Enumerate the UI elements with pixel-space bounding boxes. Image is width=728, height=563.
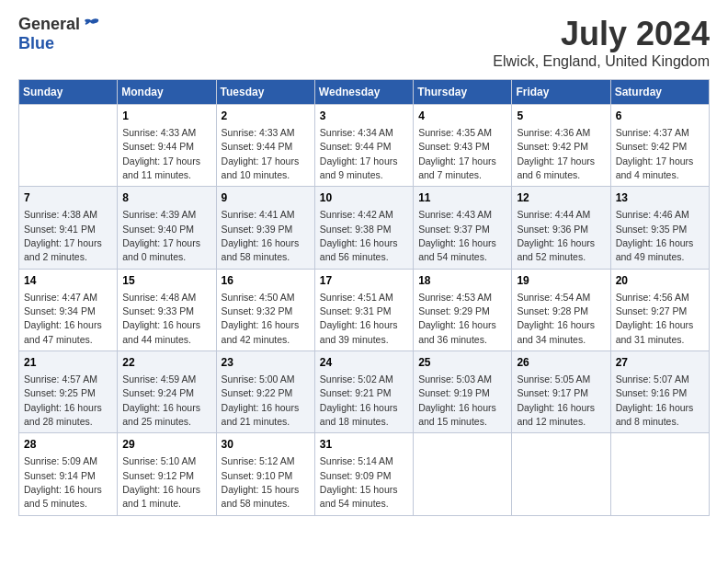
day-info: Sunrise: 5:09 AM Sunset: 9:14 PM Dayligh… <box>24 455 102 509</box>
calendar-cell: 23Sunrise: 5:00 AM Sunset: 9:22 PM Dayli… <box>216 351 314 433</box>
day-number: 3 <box>320 109 408 124</box>
day-number: 4 <box>418 109 506 124</box>
calendar-cell: 5Sunrise: 4:36 AM Sunset: 9:42 PM Daylig… <box>512 105 610 187</box>
calendar-cell <box>414 433 512 515</box>
calendar-cell: 6Sunrise: 4:37 AM Sunset: 9:42 PM Daylig… <box>610 105 709 187</box>
calendar-cell: 25Sunrise: 5:03 AM Sunset: 9:19 PM Dayli… <box>414 351 512 433</box>
day-info: Sunrise: 4:48 AM Sunset: 9:33 PM Dayligh… <box>122 292 200 345</box>
calendar-cell: 11Sunrise: 4:43 AM Sunset: 9:37 PM Dayli… <box>414 187 512 269</box>
calendar-cell: 2Sunrise: 4:33 AM Sunset: 9:44 PM Daylig… <box>216 105 314 187</box>
day-info: Sunrise: 5:07 AM Sunset: 9:16 PM Dayligh… <box>616 373 694 427</box>
day-info: Sunrise: 4:41 AM Sunset: 9:39 PM Dayligh… <box>222 209 300 262</box>
day-number: 27 <box>616 355 704 371</box>
day-number: 20 <box>616 273 704 289</box>
day-info: Sunrise: 4:51 AM Sunset: 9:31 PM Dayligh… <box>320 292 398 345</box>
calendar-cell: 27Sunrise: 5:07 AM Sunset: 9:16 PM Dayli… <box>610 351 709 433</box>
day-info: Sunrise: 4:53 AM Sunset: 9:29 PM Dayligh… <box>418 292 496 345</box>
calendar-week-1: 1Sunrise: 4:33 AM Sunset: 9:44 PM Daylig… <box>19 105 710 187</box>
day-number: 13 <box>616 190 704 206</box>
calendar-cell: 24Sunrise: 5:02 AM Sunset: 9:21 PM Dayli… <box>314 351 413 433</box>
day-number: 11 <box>418 190 506 206</box>
day-number: 30 <box>222 437 310 453</box>
logo-general-text: General <box>18 15 80 34</box>
day-number: 24 <box>320 355 408 371</box>
header-row: SundayMondayTuesdayWednesdayThursdayFrid… <box>19 80 710 105</box>
day-number: 31 <box>320 437 408 453</box>
calendar-cell <box>610 433 709 515</box>
calendar-cell: 26Sunrise: 5:05 AM Sunset: 9:17 PM Dayli… <box>512 351 610 433</box>
calendar-cell: 16Sunrise: 4:50 AM Sunset: 9:32 PM Dayli… <box>216 269 314 350</box>
day-info: Sunrise: 4:36 AM Sunset: 9:42 PM Dayligh… <box>517 127 595 180</box>
day-info: Sunrise: 4:56 AM Sunset: 9:27 PM Dayligh… <box>616 292 694 345</box>
day-number: 7 <box>24 190 112 206</box>
day-info: Sunrise: 4:54 AM Sunset: 9:28 PM Dayligh… <box>517 292 595 345</box>
calendar-cell: 31Sunrise: 5:14 AM Sunset: 9:09 PM Dayli… <box>314 433 413 515</box>
day-info: Sunrise: 4:38 AM Sunset: 9:41 PM Dayligh… <box>24 209 102 262</box>
day-info: Sunrise: 5:02 AM Sunset: 9:21 PM Dayligh… <box>320 373 398 427</box>
day-number: 22 <box>122 355 210 371</box>
day-info: Sunrise: 4:59 AM Sunset: 9:24 PM Dayligh… <box>122 373 200 427</box>
day-info: Sunrise: 4:47 AM Sunset: 9:34 PM Dayligh… <box>24 292 102 345</box>
calendar-cell: 15Sunrise: 4:48 AM Sunset: 9:33 PM Dayli… <box>118 269 216 350</box>
location-title: Elwick, England, United Kingdom <box>493 53 710 70</box>
day-info: Sunrise: 4:44 AM Sunset: 9:36 PM Dayligh… <box>517 209 595 262</box>
day-number: 12 <box>517 190 605 206</box>
calendar-table: SundayMondayTuesdayWednesdayThursdayFrid… <box>18 79 710 516</box>
calendar-cell: 20Sunrise: 4:56 AM Sunset: 9:27 PM Dayli… <box>610 269 709 350</box>
day-info: Sunrise: 4:46 AM Sunset: 9:35 PM Dayligh… <box>616 209 694 262</box>
calendar-cell: 18Sunrise: 4:53 AM Sunset: 9:29 PM Dayli… <box>414 269 512 350</box>
day-info: Sunrise: 5:05 AM Sunset: 9:17 PM Dayligh… <box>517 373 595 427</box>
logo-blue-text: Blue <box>18 34 54 53</box>
logo: General Blue <box>18 15 100 53</box>
day-info: Sunrise: 4:33 AM Sunset: 9:44 PM Dayligh… <box>122 127 200 180</box>
calendar-cell: 8Sunrise: 4:39 AM Sunset: 9:40 PM Daylig… <box>118 187 216 269</box>
calendar-cell: 9Sunrise: 4:41 AM Sunset: 9:39 PM Daylig… <box>216 187 314 269</box>
calendar-cell: 12Sunrise: 4:44 AM Sunset: 9:36 PM Dayli… <box>512 187 610 269</box>
day-info: Sunrise: 5:03 AM Sunset: 9:19 PM Dayligh… <box>418 373 496 427</box>
calendar-week-3: 14Sunrise: 4:47 AM Sunset: 9:34 PM Dayli… <box>19 269 710 350</box>
calendar-cell: 19Sunrise: 4:54 AM Sunset: 9:28 PM Dayli… <box>512 269 610 350</box>
day-number: 5 <box>517 109 605 124</box>
day-info: Sunrise: 4:50 AM Sunset: 9:32 PM Dayligh… <box>222 292 300 345</box>
day-number: 14 <box>24 273 112 289</box>
day-info: Sunrise: 4:43 AM Sunset: 9:37 PM Dayligh… <box>418 209 496 262</box>
day-info: Sunrise: 5:00 AM Sunset: 9:22 PM Dayligh… <box>222 373 300 427</box>
day-header-wednesday: Wednesday <box>314 80 413 105</box>
day-info: Sunrise: 5:14 AM Sunset: 9:09 PM Dayligh… <box>320 455 398 509</box>
day-header-sunday: Sunday <box>19 80 118 105</box>
day-number: 16 <box>222 273 310 289</box>
logo-bird-icon <box>82 17 100 32</box>
calendar-cell: 1Sunrise: 4:33 AM Sunset: 9:44 PM Daylig… <box>118 105 216 187</box>
calendar-cell: 22Sunrise: 4:59 AM Sunset: 9:24 PM Dayli… <box>118 351 216 433</box>
day-number: 26 <box>517 355 605 371</box>
day-number: 17 <box>320 273 408 289</box>
day-number: 8 <box>122 190 210 206</box>
day-info: Sunrise: 4:42 AM Sunset: 9:38 PM Dayligh… <box>320 209 398 262</box>
calendar-cell: 4Sunrise: 4:35 AM Sunset: 9:43 PM Daylig… <box>414 105 512 187</box>
day-header-tuesday: Tuesday <box>216 80 314 105</box>
day-info: Sunrise: 4:57 AM Sunset: 9:25 PM Dayligh… <box>24 373 102 427</box>
title-block: July 2024 Elwick, England, United Kingdo… <box>493 15 710 70</box>
calendar-week-5: 28Sunrise: 5:09 AM Sunset: 9:14 PM Dayli… <box>19 433 710 515</box>
day-info: Sunrise: 5:12 AM Sunset: 9:10 PM Dayligh… <box>222 455 300 509</box>
day-info: Sunrise: 4:34 AM Sunset: 9:44 PM Dayligh… <box>320 127 398 180</box>
day-number: 1 <box>122 109 210 124</box>
calendar-week-4: 21Sunrise: 4:57 AM Sunset: 9:25 PM Dayli… <box>19 351 710 433</box>
day-info: Sunrise: 4:39 AM Sunset: 9:40 PM Dayligh… <box>122 209 200 262</box>
day-number: 21 <box>24 355 112 371</box>
day-info: Sunrise: 5:10 AM Sunset: 9:12 PM Dayligh… <box>122 455 200 509</box>
day-number: 9 <box>222 190 310 206</box>
day-info: Sunrise: 4:35 AM Sunset: 9:43 PM Dayligh… <box>418 127 496 180</box>
day-number: 15 <box>122 273 210 289</box>
calendar-cell: 7Sunrise: 4:38 AM Sunset: 9:41 PM Daylig… <box>19 187 118 269</box>
day-number: 19 <box>517 273 605 289</box>
calendar-cell <box>19 105 118 187</box>
day-header-friday: Friday <box>512 80 610 105</box>
day-number: 2 <box>222 109 310 124</box>
calendar-cell: 29Sunrise: 5:10 AM Sunset: 9:12 PM Dayli… <box>118 433 216 515</box>
day-info: Sunrise: 4:33 AM Sunset: 9:44 PM Dayligh… <box>222 127 300 180</box>
day-number: 23 <box>222 355 310 371</box>
calendar-cell: 30Sunrise: 5:12 AM Sunset: 9:10 PM Dayli… <box>216 433 314 515</box>
calendar-cell <box>512 433 610 515</box>
calendar-cell: 14Sunrise: 4:47 AM Sunset: 9:34 PM Dayli… <box>19 269 118 350</box>
